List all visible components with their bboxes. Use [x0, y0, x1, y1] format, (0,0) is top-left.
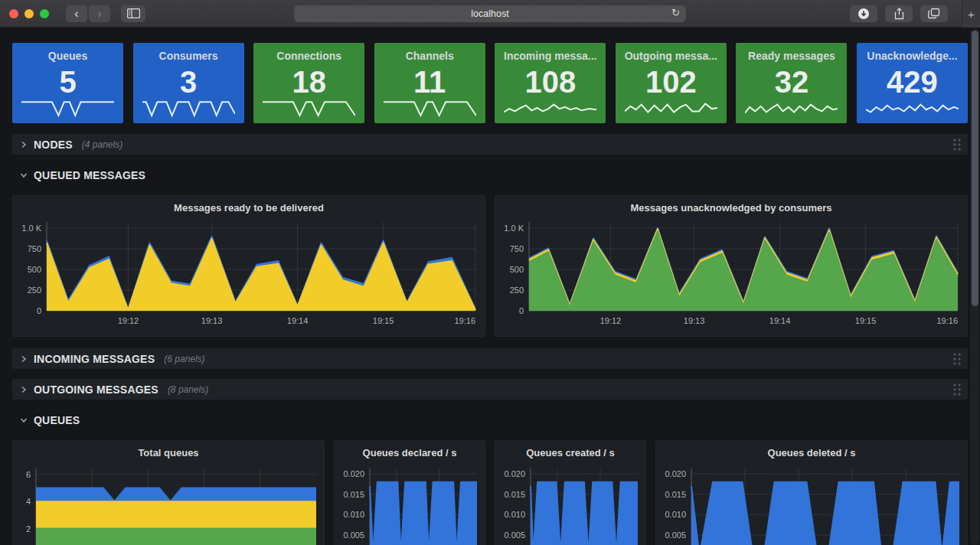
stat-title: Connections [253, 43, 364, 62]
messages-ready-chart: 02505007501.0 K19:1219:1319:1419:1519:16 [13, 196, 485, 336]
stat-panel-ready-messages[interactable]: Ready messages 32 [736, 43, 847, 123]
download-icon [858, 8, 870, 20]
svg-text:500: 500 [510, 265, 524, 274]
queued-messages-panels: Messages ready to be delivered 025050075… [12, 195, 968, 337]
queues-panels: Total queues 246 Queues declared / s 0.0… [12, 440, 968, 545]
page-scrollbar[interactable] [970, 28, 979, 545]
svg-text:0.010: 0.010 [665, 510, 686, 519]
stat-value: 3 [133, 67, 244, 97]
svg-text:19:15: 19:15 [855, 316, 877, 325]
zoom-window-button[interactable] [40, 9, 49, 18]
stat-panel-connections[interactable]: Connections 18 [253, 43, 364, 123]
panel-total-queues: Total queues 246 [12, 440, 325, 545]
panel-queues-deleted: Queues deleted / s 0.0050.0100.0150.020 [655, 440, 968, 545]
svg-text:19:13: 19:13 [684, 316, 705, 325]
panel-title[interactable]: Total queues [13, 447, 324, 459]
row-title: NODES [34, 139, 73, 151]
svg-text:0.015: 0.015 [343, 490, 364, 499]
sidebar-toggle-button[interactable] [121, 5, 145, 22]
row-title: INCOMING MESSAGES [34, 353, 155, 365]
svg-text:0.005: 0.005 [665, 530, 686, 540]
row-drag-handle[interactable] [952, 138, 962, 151]
row-queued-messages[interactable]: QUEUED MESSAGES [12, 165, 968, 185]
new-tab-button[interactable]: + [962, 0, 980, 28]
panel-title[interactable]: Messages unacknowledged by consumers [495, 202, 967, 214]
panel-messages-ready: Messages ready to be delivered 025050075… [12, 195, 485, 337]
stat-value: 11 [374, 67, 485, 97]
stat-title: Consumers [133, 43, 244, 62]
svg-text:750: 750 [28, 244, 41, 253]
row-queues[interactable]: QUEUES [12, 410, 968, 430]
tab-overview-button[interactable] [920, 5, 948, 22]
close-window-button[interactable] [9, 9, 18, 18]
share-button[interactable] [885, 5, 913, 22]
svg-text:500: 500 [28, 265, 41, 274]
stat-panel-outgoing-messages[interactable]: Outgoing messa... 102 [616, 43, 727, 123]
row-title: QUEUES [34, 414, 80, 426]
svg-text:0: 0 [37, 306, 41, 315]
row-incoming-messages[interactable]: INCOMING MESSAGES (6 panels) [12, 348, 968, 369]
stat-value: 5 [12, 67, 123, 97]
svg-text:6: 6 [26, 470, 31, 479]
address-bar[interactable]: localhost ↻ [294, 5, 686, 22]
svg-text:0.020: 0.020 [343, 469, 364, 478]
panel-messages-unacknowledged: Messages unacknowledged by consumers 025… [495, 195, 968, 337]
sidebar-icon [127, 8, 140, 18]
minimize-window-button[interactable] [24, 9, 34, 18]
chevron-right-icon [18, 354, 29, 364]
stat-title: Outgoing messa... [616, 43, 727, 62]
svg-text:4: 4 [26, 497, 31, 506]
row-panel-count: (8 panels) [168, 384, 208, 395]
scrollbar-thumb[interactable] [972, 31, 978, 306]
forward-button[interactable]: › [89, 5, 110, 22]
browser-toolbar: ‹ › localhost ↻ [0, 0, 980, 28]
stat-title: Incoming messa... [495, 43, 606, 62]
sparkline [866, 98, 959, 118]
row-drag-handle[interactable] [952, 383, 962, 396]
svg-text:0.015: 0.015 [665, 490, 686, 499]
svg-text:19:12: 19:12 [600, 316, 622, 325]
panel-title[interactable]: Queues deleted / s [656, 447, 967, 459]
reload-icon[interactable]: ↻ [671, 7, 680, 18]
stat-title: Channels [374, 43, 485, 62]
row-outgoing-messages[interactable]: OUTGOING MESSAGES (8 panels) [12, 379, 968, 400]
tabs-icon [928, 8, 940, 19]
stat-panel-channels[interactable]: Channels 11 [374, 43, 485, 123]
row-panel-count: (4 panels) [82, 139, 122, 150]
svg-text:19:16: 19:16 [454, 316, 475, 325]
back-button[interactable]: ‹ [66, 5, 87, 22]
stat-panel-row: Queues 5 Consumers 3 Connections 18 Chan… [12, 43, 968, 123]
stat-panel-consumers[interactable]: Consumers 3 [133, 43, 244, 123]
sparkline [504, 98, 596, 118]
row-panel-count: (6 panels) [164, 354, 204, 364]
svg-text:19:16: 19:16 [936, 316, 958, 325]
svg-text:2: 2 [26, 524, 31, 534]
stat-panel-unacknowledged[interactable]: Unacknowledge... 429 [857, 43, 968, 123]
svg-text:0.020: 0.020 [665, 469, 686, 478]
svg-text:1.0 K: 1.0 K [21, 224, 41, 233]
stat-title: Ready messages [736, 43, 847, 62]
sparkline [384, 98, 476, 118]
chevron-right-icon [18, 384, 29, 395]
panel-title[interactable]: Queues declared / s [335, 447, 485, 459]
svg-text:0.005: 0.005 [343, 530, 364, 540]
stat-panel-incoming-messages[interactable]: Incoming messa... 108 [495, 43, 606, 123]
panel-queues-declared: Queues declared / s 0.0050.0100.0150.020 [334, 440, 485, 545]
row-title: OUTGOING MESSAGES [34, 383, 158, 396]
panel-title[interactable]: Messages ready to be delivered [13, 202, 485, 214]
svg-text:19:14: 19:14 [769, 316, 791, 325]
chevron-right-icon [18, 139, 29, 150]
row-nodes[interactable]: NODES (4 panels) [12, 134, 968, 155]
stat-title: Queues [12, 43, 123, 62]
row-drag-handle[interactable] [952, 352, 962, 365]
svg-text:0.005: 0.005 [504, 530, 525, 540]
svg-text:19:15: 19:15 [373, 316, 394, 325]
stat-panel-queues[interactable]: Queues 5 [12, 43, 123, 123]
panel-queues-created: Queues created / s 0.0050.0100.0150.020 [495, 440, 646, 545]
downloads-button[interactable] [850, 5, 877, 22]
stat-value: 18 [253, 67, 364, 97]
svg-text:750: 750 [510, 244, 524, 253]
svg-text:1.0 K: 1.0 K [504, 224, 524, 233]
url-text: localhost [471, 8, 508, 19]
panel-title[interactable]: Queues created / s [495, 447, 645, 459]
